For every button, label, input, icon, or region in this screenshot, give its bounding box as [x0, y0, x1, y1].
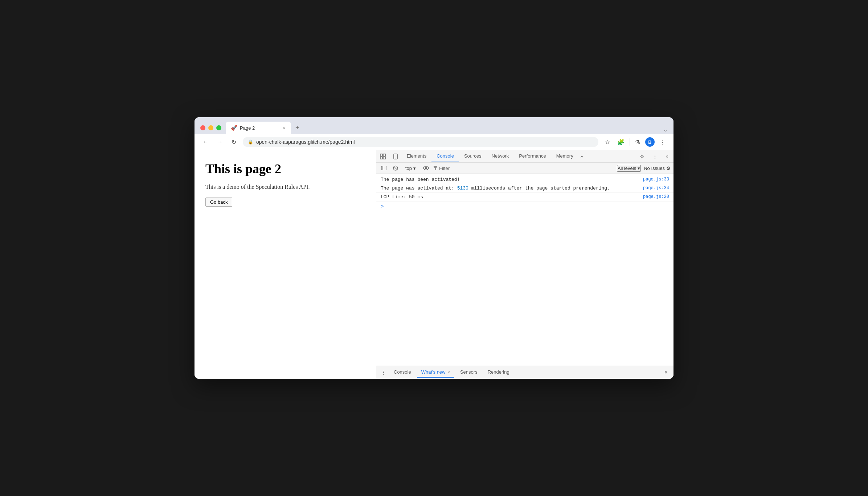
minimize-traffic-light[interactable]: [208, 125, 213, 130]
tab-memory[interactable]: Memory: [551, 150, 578, 162]
console-line-3-link[interactable]: page.js:20: [643, 194, 669, 199]
bottom-tab-whats-new[interactable]: What's new ×: [417, 367, 454, 378]
no-issues-label: No Issues: [644, 166, 665, 171]
go-back-button[interactable]: Go back: [205, 198, 232, 207]
page-heading: This is page 2: [205, 161, 365, 176]
context-arrow: ▾: [413, 166, 416, 171]
extension-button[interactable]: 🧩: [615, 137, 627, 147]
traffic-lights: [200, 125, 221, 130]
devtools-kebab-button[interactable]: ⋮: [649, 151, 661, 162]
devtools-actions: ⚙ ⋮ ×: [636, 151, 673, 162]
new-tab-button[interactable]: +: [292, 123, 302, 133]
log-level-label: All levels: [618, 166, 636, 171]
lock-icon: 🔒: [248, 139, 253, 145]
tab-title: Page 2: [240, 125, 279, 131]
sidebar-icon: [381, 166, 386, 170]
console-line-1-link[interactable]: page.js:33: [643, 177, 669, 182]
svg-rect-1: [383, 154, 385, 156]
eye-icon: [423, 166, 429, 170]
forward-button[interactable]: →: [215, 137, 225, 147]
tab-elements[interactable]: Elements: [402, 150, 431, 162]
lab-button[interactable]: ⚗: [633, 137, 642, 147]
log-level-arrow: ▾: [638, 166, 640, 171]
svg-point-10: [423, 166, 429, 170]
console-line-1-text: The page has been activated!: [381, 177, 640, 182]
whats-new-label: What's new: [421, 369, 446, 375]
browser-window: 🚀 Page 2 × + ⌄ ← → ↻ 🔒 open-chalk-aspara…: [195, 117, 673, 379]
console-line-2: The page was activated at: 5130 millisec…: [376, 184, 673, 193]
page-content: This is page 2 This is a demo of the Spe…: [195, 150, 376, 379]
issues-settings-icon: ⚙: [666, 166, 671, 171]
clear-icon: [393, 166, 398, 171]
bottom-more-button[interactable]: ⋮: [379, 369, 388, 377]
console-line-2-link[interactable]: page.js:34: [643, 186, 669, 191]
svg-rect-2: [380, 157, 382, 159]
devtools-device-button[interactable]: [389, 151, 402, 162]
device-icon: [393, 154, 398, 159]
svg-point-11: [425, 167, 427, 169]
filter-icon: [433, 166, 438, 170]
nav-bar: ← → ↻ 🔒 open-chalk-asparagus.glitch.me/p…: [195, 134, 673, 150]
devtools-toolbar: Elements Console Sources Network Perform…: [376, 150, 673, 163]
devtools-bottom-bar: ⋮ Console What's new × Sensors Rendering…: [376, 366, 673, 379]
svg-point-5: [395, 158, 396, 158]
console-line-2-text: The page was activated at: 5130 millisec…: [381, 186, 640, 191]
console-line-2-value: 5130: [457, 186, 468, 191]
log-level-button[interactable]: All levels ▾: [617, 165, 641, 172]
console-prompt[interactable]: >: [376, 202, 673, 212]
nav-divider: [630, 138, 630, 146]
bookmark-button[interactable]: ☆: [603, 137, 612, 147]
console-sidebar-button[interactable]: [379, 164, 389, 172]
devtools-tabs: Elements Console Sources Network Perform…: [402, 150, 636, 162]
menu-button[interactable]: ⋮: [658, 137, 668, 147]
inspect-icon: [380, 154, 386, 159]
svg-rect-6: [381, 166, 386, 170]
svg-line-9: [394, 166, 397, 170]
whats-new-close[interactable]: ×: [448, 370, 450, 374]
console-line-1: The page has been activated! page.js:33: [376, 175, 673, 184]
tab-performance[interactable]: Performance: [514, 150, 551, 162]
url-text: open-chalk-asparagus.glitch.me/page2.htm…: [256, 139, 593, 145]
bottom-tab-console[interactable]: Console: [389, 367, 415, 378]
maximize-traffic-light[interactable]: [216, 125, 221, 130]
context-selector[interactable]: top ▾: [402, 164, 419, 172]
back-button[interactable]: ←: [200, 137, 210, 147]
title-bar: 🚀 Page 2 × + ⌄: [195, 117, 673, 134]
devtools-inspect-button[interactable]: [376, 151, 389, 162]
bottom-close-button[interactable]: ×: [662, 368, 671, 377]
no-issues-badge: No Issues ⚙: [644, 166, 671, 171]
profile-button[interactable]: B: [645, 137, 655, 147]
svg-rect-3: [383, 157, 385, 159]
address-bar[interactable]: 🔒 open-chalk-asparagus.glitch.me/page2.h…: [243, 137, 598, 147]
filter-input[interactable]: [439, 166, 506, 171]
console-toolbar: top ▾ All levels: [376, 163, 673, 174]
devtools-close-button[interactable]: ×: [662, 151, 672, 162]
console-line-3: LCP time: 50 ms page.js:20: [376, 193, 673, 202]
bottom-tab-rendering[interactable]: Rendering: [483, 367, 514, 378]
tab-close-button[interactable]: ×: [282, 125, 286, 131]
tab-console[interactable]: Console: [431, 150, 459, 162]
devtools-settings-button[interactable]: ⚙: [636, 151, 648, 162]
filter-container: [433, 166, 506, 171]
tab-dropdown-button[interactable]: ⌄: [663, 127, 668, 133]
console-clear-button[interactable]: [391, 164, 400, 172]
bottom-tab-sensors[interactable]: Sensors: [456, 367, 482, 378]
svg-marker-12: [433, 166, 438, 170]
devtools-more-tabs[interactable]: »: [578, 151, 585, 162]
tab-sources[interactable]: Sources: [459, 150, 487, 162]
console-line-3-text: LCP time: 50 ms: [381, 194, 640, 200]
tabs-bar: 🚀 Page 2 × + ⌄: [226, 122, 668, 134]
close-traffic-light[interactable]: [200, 125, 205, 130]
tab-network[interactable]: Network: [487, 150, 514, 162]
main-area: This is page 2 This is a demo of the Spe…: [195, 150, 673, 379]
eye-filter-button[interactable]: [421, 164, 431, 172]
context-label: top: [405, 166, 412, 171]
browser-tab-page2[interactable]: 🚀 Page 2 ×: [226, 122, 291, 134]
tab-favicon: 🚀: [231, 125, 237, 131]
svg-rect-0: [380, 154, 382, 156]
nav-actions: ☆ 🧩 ⚗ B ⋮: [603, 137, 668, 147]
devtools-panel: Elements Console Sources Network Perform…: [376, 150, 673, 379]
page-description: This is a demo of the Speculation Rules …: [205, 184, 365, 190]
reload-button[interactable]: ↻: [229, 137, 238, 147]
console-output: The page has been activated! page.js:33 …: [376, 174, 673, 366]
